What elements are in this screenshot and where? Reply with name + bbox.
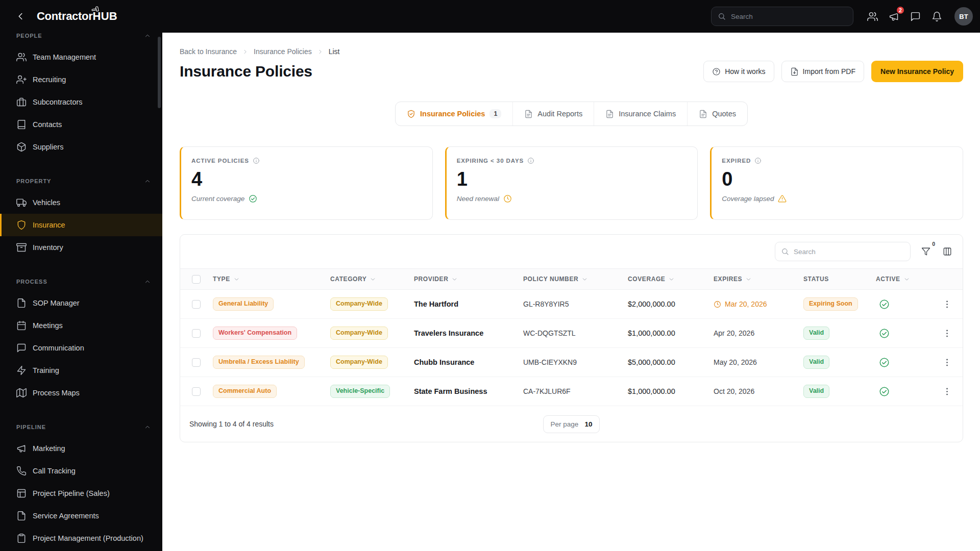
sidebar-item-team-management[interactable]: Team Management <box>0 46 162 68</box>
filter-button[interactable]: 0 <box>920 245 932 258</box>
import-from-pdf-button[interactable]: Import from PDF <box>781 61 864 82</box>
shield-icon <box>16 220 27 230</box>
select-all-checkbox[interactable] <box>192 275 201 284</box>
messages-button[interactable] <box>909 10 922 23</box>
app-logo[interactable]: ContractorHUB <box>37 10 117 23</box>
tab-quotes[interactable]: Quotes <box>687 102 747 126</box>
row-checkbox[interactable] <box>192 358 201 367</box>
sidebar-section-people[interactable]: PEOPLE <box>0 33 162 46</box>
column-header-expires[interactable]: EXPIRES <box>714 276 803 283</box>
new-insurance-policy-button[interactable]: New Insurance Policy <box>871 61 963 82</box>
check-circle-icon <box>879 299 890 310</box>
sidebar-item-meetings[interactable]: Meetings <box>0 314 162 337</box>
row-actions-button[interactable] <box>939 296 954 312</box>
category-badge: Company-Wide <box>330 356 388 369</box>
sidebar-item-sop-manager[interactable]: SOP Manager <box>0 292 162 314</box>
row-actions-button[interactable] <box>939 325 954 341</box>
column-header-category[interactable]: CATEGORY <box>330 276 414 283</box>
table-search-input[interactable] <box>775 242 911 261</box>
sidebar-item-insurance[interactable]: Insurance <box>0 214 162 236</box>
notifications-button[interactable] <box>930 10 943 23</box>
sidebar-scrollbar[interactable] <box>158 37 161 108</box>
page-title: Insurance Policies <box>180 63 312 80</box>
sidebar-item-suppliers[interactable]: Suppliers <box>0 136 162 158</box>
sidebar-item-training[interactable]: Training <box>0 359 162 382</box>
row-checkbox[interactable] <box>192 387 201 396</box>
sidebar-item-inventory[interactable]: Inventory <box>0 236 162 259</box>
sort-chevron-icon <box>233 276 240 283</box>
chat-icon <box>910 11 921 22</box>
sidebar-item-contacts[interactable]: Contacts <box>0 113 162 136</box>
sidebar-item-subcontractors[interactable]: Subcontractors <box>0 91 162 113</box>
column-header-policy-number[interactable]: POLICY NUMBER <box>523 276 628 283</box>
announcements-button[interactable]: 2 <box>887 10 900 23</box>
sidebar-item-vehicles[interactable]: Vehicles <box>0 191 162 214</box>
columns-button[interactable] <box>941 245 953 258</box>
stat-value: 0 <box>722 168 952 190</box>
sidebar-item-label: Vehicles <box>33 198 60 207</box>
column-header-active[interactable]: ACTIVE <box>876 276 927 283</box>
topbar: ContractorHUB 2 BT <box>0 0 980 33</box>
global-search-input[interactable] <box>711 7 853 26</box>
row-actions-button[interactable] <box>939 384 954 399</box>
sidebar-item-label: Inventory <box>33 243 63 252</box>
stat-card-active-policies: ACTIVE POLICIES 4 Current coverage <box>180 146 433 220</box>
clipboard-icon <box>16 533 27 543</box>
tab-label: Insurance Claims <box>619 110 676 118</box>
stat-subtext: Need renewal <box>457 195 499 203</box>
sidebar-section-process[interactable]: PROCESS <box>0 271 162 292</box>
column-header-coverage[interactable]: COVERAGE <box>628 276 714 283</box>
section-label: PEOPLE <box>16 33 42 39</box>
category-badge: Vehicle-Specific <box>330 385 390 398</box>
global-search <box>711 7 853 26</box>
sidebar-section-pipeline[interactable]: PIPELINE <box>0 417 162 437</box>
per-page-select[interactable]: Per page 10 <box>543 415 600 433</box>
breadcrumb-back-to-insurance[interactable]: Back to Insurance <box>180 47 237 56</box>
kebab-menu-icon <box>942 358 952 367</box>
info-icon[interactable] <box>527 157 534 164</box>
active-indicator <box>876 328 927 339</box>
info-icon[interactable] <box>253 157 260 164</box>
sidebar-item-call-tracking[interactable]: Call Tracking <box>0 460 162 482</box>
sidebar-item-recruiting[interactable]: Recruiting <box>0 68 162 91</box>
active-indicator <box>876 386 927 397</box>
tab-insurance-policies[interactable]: Insurance Policies 1 <box>396 102 512 126</box>
document-icon <box>699 110 707 118</box>
tab-audit-reports[interactable]: Audit Reports <box>512 102 594 126</box>
sidebar-item-process-maps[interactable]: Process Maps <box>0 382 162 404</box>
chevron-up-icon <box>144 423 151 431</box>
sidebar-item-marketing[interactable]: Marketing <box>0 437 162 460</box>
sidebar-item-label: Contacts <box>33 120 62 129</box>
sidebar-item-service-agreements[interactable]: Service Agreements <box>0 505 162 527</box>
community-button[interactable] <box>866 10 879 23</box>
status-badge: Valid <box>803 356 829 369</box>
sidebar-item-project-pipeline[interactable]: Project Pipeline (Sales) <box>0 482 162 505</box>
column-header-status[interactable]: STATUS <box>803 276 876 283</box>
how-it-works-button[interactable]: How it works <box>703 61 774 82</box>
sidebar-item-communication[interactable]: Communication <box>0 337 162 359</box>
chevron-up-icon <box>144 278 151 285</box>
check-circle-icon <box>879 386 890 397</box>
avatar[interactable]: BT <box>954 7 973 26</box>
kebab-menu-icon <box>942 299 952 309</box>
info-icon[interactable] <box>754 157 762 164</box>
breadcrumb: Back to Insurance Insurance Policies Lis… <box>180 47 963 56</box>
sidebar-item-label: Recruiting <box>33 76 66 84</box>
row-checkbox[interactable] <box>192 329 201 338</box>
bell-icon <box>932 11 942 22</box>
button-label: New Insurance Policy <box>880 67 954 76</box>
breadcrumb-insurance-policies[interactable]: Insurance Policies <box>254 47 312 56</box>
sort-chevron-icon <box>668 276 675 283</box>
kebab-menu-icon <box>942 329 952 338</box>
sidebar-item-project-management[interactable]: Project Management (Production) <box>0 527 162 549</box>
column-header-type[interactable]: TYPE <box>213 276 330 283</box>
type-badge: Commercial Auto <box>213 385 277 398</box>
sidebar-item-label: Subcontractors <box>33 98 83 106</box>
policy-number-cell: UMB-CIEYXKN9 <box>523 358 628 366</box>
tab-insurance-claims[interactable]: Insurance Claims <box>594 102 687 126</box>
back-button[interactable] <box>11 7 30 26</box>
sidebar-section-property[interactable]: PROPERTY <box>0 171 162 191</box>
row-checkbox[interactable] <box>192 300 201 309</box>
column-header-provider[interactable]: PROVIDER <box>414 276 523 283</box>
row-actions-button[interactable] <box>939 355 954 370</box>
